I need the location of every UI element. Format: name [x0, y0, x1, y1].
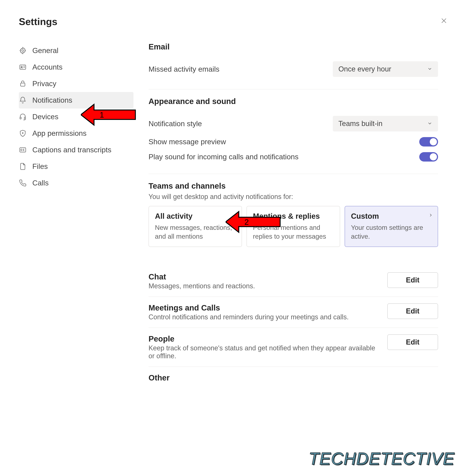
lock-icon [19, 80, 27, 88]
page-title: Settings [19, 16, 456, 27]
group-people: People Keep track of someone's status an… [148, 328, 438, 367]
svg-rect-1 [20, 65, 26, 69]
bell-icon [19, 96, 27, 104]
shield-icon [19, 129, 27, 137]
card-desc: Your custom settings are active. [351, 223, 432, 241]
annotation-label: 2 [244, 218, 249, 226]
sidebar-item-files[interactable]: Files [19, 158, 134, 175]
svg-marker-9 [226, 212, 280, 232]
play-sound-label: Play sound for incoming calls and notifi… [148, 153, 299, 161]
annotation-arrow-1: 1 [81, 103, 137, 128]
section-teams-channels: Teams and channels You will get desktop … [148, 182, 438, 258]
missed-emails-label: Missed activity emails [148, 65, 219, 73]
watermark: TECHDETECTIVE [309, 449, 454, 468]
annotation-label: 1 [100, 110, 104, 119]
group-desc: Keep track of someone's status and get n… [148, 344, 380, 360]
svg-point-2 [21, 66, 22, 68]
group-title: Meetings and Calls [148, 303, 380, 312]
group-chat: Chat Messages, mentions and reactions. E… [148, 266, 438, 297]
sidebar-item-label: Files [32, 162, 48, 171]
chevron-right-icon [428, 213, 433, 218]
svg-rect-4 [20, 117, 21, 119]
group-title: Other [148, 373, 438, 382]
group-title: People [148, 334, 380, 343]
settings-main: Email Missed activity emails Once every … [134, 42, 444, 389]
edit-chat-button[interactable]: Edit [387, 272, 438, 288]
notification-style-label: Notification style [148, 120, 202, 128]
section-title: Email [148, 42, 438, 51]
group-meetings: Meetings and Calls Control notifications… [148, 297, 438, 328]
edit-people-button[interactable]: Edit [387, 334, 438, 350]
section-email: Email Missed activity emails Once every … [148, 42, 438, 89]
annotation-arrow-2: 2 [226, 210, 282, 235]
sidebar-item-label: Calls [32, 179, 49, 187]
section-desc: You will get desktop and activity notifi… [148, 193, 438, 201]
chevron-down-icon [427, 120, 432, 128]
section-title: Teams and channels [148, 182, 438, 191]
svg-point-0 [22, 50, 24, 51]
sidebar-item-privacy[interactable]: Privacy [19, 75, 134, 92]
svg-rect-3 [20, 83, 25, 86]
show-preview-toggle[interactable] [419, 137, 438, 146]
group-desc: Messages, mentions and reactions. [148, 282, 380, 290]
sidebar-item-general[interactable]: General [19, 42, 134, 59]
gear-icon [19, 47, 27, 55]
sidebar-item-label: Notifications [32, 96, 72, 104]
notification-style-select[interactable]: Teams built-in [333, 116, 438, 131]
headset-icon [19, 113, 27, 121]
sidebar-item-label: Accounts [32, 63, 62, 71]
phone-icon [19, 179, 27, 187]
sidebar-item-captions[interactable]: Captions and transcripts [19, 142, 134, 158]
settings-sidebar: General Accounts Privacy Notifications [19, 42, 134, 389]
svg-rect-5 [24, 117, 26, 119]
select-value: Once every hour [338, 65, 391, 73]
svg-point-6 [22, 133, 23, 133]
section-appearance: Appearance and sound Notification style … [148, 97, 438, 174]
card-desc: New messages, reactions, and all mention… [155, 223, 236, 241]
id-card-icon [19, 63, 27, 71]
group-title: Chat [148, 272, 380, 281]
chevron-down-icon [427, 65, 432, 73]
cc-icon [19, 146, 27, 154]
sidebar-item-label: Captions and transcripts [32, 146, 111, 154]
section-title: Appearance and sound [148, 97, 438, 106]
group-other: Other [148, 367, 438, 389]
show-preview-label: Show message preview [148, 138, 226, 146]
play-sound-toggle[interactable] [419, 152, 438, 162]
card-title: Custom [351, 212, 432, 220]
close-button[interactable] [440, 17, 448, 25]
sidebar-item-label: General [32, 47, 58, 55]
sidebar-item-label: Privacy [32, 79, 56, 88]
missed-emails-select[interactable]: Once every hour [333, 61, 438, 77]
card-custom[interactable]: Custom Your custom settings are active. [345, 206, 438, 247]
card-title: All activity [155, 212, 236, 220]
sidebar-item-label: App permissions [32, 129, 87, 137]
group-desc: Control notifications and reminders duri… [148, 313, 380, 321]
sidebar-item-calls[interactable]: Calls [19, 175, 134, 191]
svg-marker-8 [81, 104, 135, 125]
select-value: Teams built-in [338, 120, 382, 128]
file-icon [19, 163, 27, 170]
sidebar-item-label: Devices [32, 113, 58, 121]
edit-meetings-button[interactable]: Edit [387, 303, 438, 319]
sidebar-item-accounts[interactable]: Accounts [19, 59, 134, 75]
close-icon [441, 18, 447, 25]
